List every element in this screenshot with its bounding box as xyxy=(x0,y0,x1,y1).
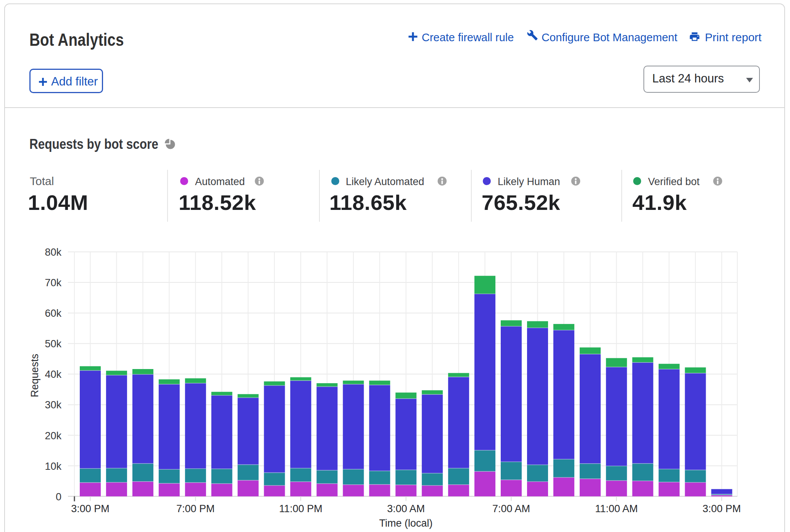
svg-text:60k: 60k xyxy=(45,308,61,319)
svg-text:10k: 10k xyxy=(45,461,61,472)
svg-text:70k: 70k xyxy=(45,277,61,289)
svg-text:Requests: Requests xyxy=(29,354,40,397)
svg-text:3:00 AM: 3:00 AM xyxy=(387,503,425,514)
svg-text:20k: 20k xyxy=(45,430,61,442)
svg-text:3:00 PM: 3:00 PM xyxy=(71,503,110,514)
svg-text:Time (local): Time (local) xyxy=(379,517,432,529)
svg-text:11:00 AM: 11:00 AM xyxy=(595,503,638,514)
svg-text:50k: 50k xyxy=(45,338,61,350)
svg-text:11:00 PM: 11:00 PM xyxy=(279,503,322,514)
svg-text:30k: 30k xyxy=(45,399,61,411)
svg-text:7:00 PM: 7:00 PM xyxy=(176,503,215,514)
svg-text:7:00 AM: 7:00 AM xyxy=(492,503,530,514)
svg-text:80k: 80k xyxy=(45,247,61,258)
svg-text:0: 0 xyxy=(56,491,61,503)
svg-text:3:00 PM: 3:00 PM xyxy=(703,503,741,514)
svg-text:40k: 40k xyxy=(45,369,61,380)
